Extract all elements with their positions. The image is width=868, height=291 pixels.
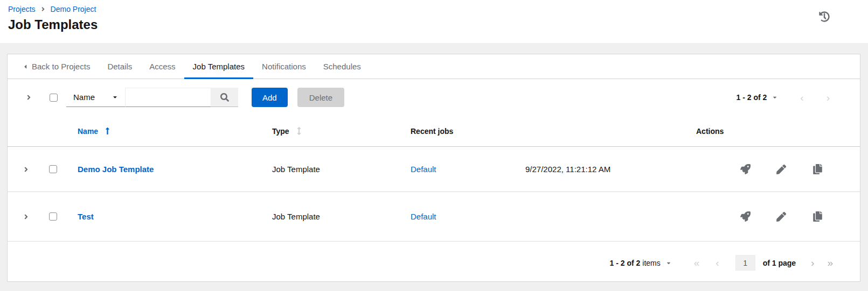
breadcrumb-separator-icon	[41, 6, 45, 12]
rocket-icon	[740, 211, 751, 222]
row-checkbox[interactable]	[49, 212, 57, 221]
caret-down-icon	[112, 94, 118, 100]
delete-button[interactable]: Delete	[297, 88, 344, 107]
table-row: Demo Job Template Job Template Default 9…	[8, 147, 860, 192]
tab-label: Details	[107, 62, 132, 71]
caret-down-icon	[666, 260, 671, 266]
prev-page-button[interactable]: ‹	[716, 258, 719, 268]
chevron-right-icon	[26, 94, 31, 101]
tab-back-to-projects[interactable]: Back to Projects	[15, 54, 99, 79]
row-type: Job Template	[272, 212, 320, 221]
select-all-checkbox[interactable]	[50, 94, 58, 102]
copy-button[interactable]	[811, 164, 823, 175]
copy-button[interactable]	[811, 211, 823, 223]
list-toolbar: Name Add Delete 1 - 2 of 2	[8, 79, 860, 116]
first-page-button[interactable]: «	[694, 258, 700, 268]
breadcrumb-link-projects[interactable]: Projects	[8, 5, 36, 13]
recent-job-link[interactable]: Default	[411, 165, 436, 174]
copy-icon	[813, 211, 822, 222]
edit-button[interactable]	[775, 211, 787, 223]
prev-page-button[interactable]: ‹	[800, 93, 803, 103]
row-checkbox[interactable]	[49, 165, 57, 173]
table-row: Test Job Template Default	[8, 192, 860, 242]
table-header-row: Name Type Recent jobs Actions	[8, 116, 860, 147]
column-header-type[interactable]: Type	[272, 127, 289, 136]
breadcrumb: Projects Demo Project	[0, 0, 868, 13]
per-page-menu-toggle[interactable]	[666, 260, 671, 266]
sortable-column-icon[interactable]	[297, 127, 301, 135]
job-template-link[interactable]: Demo Job Template	[78, 165, 154, 174]
filter-attribute-value: Name	[73, 93, 95, 102]
filter-attribute-select[interactable]: Name	[66, 88, 125, 107]
launch-button[interactable]	[739, 164, 751, 175]
tab-notifications[interactable]: Notifications	[253, 54, 315, 79]
page-count-label: of 1 page	[763, 259, 796, 267]
chevron-right-icon	[24, 213, 29, 221]
bottom-pagination: 1 - 2 of 2 items « ‹ 1 of 1 page › »	[8, 242, 860, 284]
launch-button[interactable]	[739, 211, 751, 223]
tab-label: Notifications	[262, 62, 306, 71]
current-page-input[interactable]: 1	[735, 255, 755, 271]
top-pagination: 1 - 2 of 2 ‹ ›	[737, 93, 830, 103]
caret-left-icon	[24, 63, 27, 70]
pencil-icon	[776, 212, 786, 222]
edit-button[interactable]	[775, 164, 787, 175]
column-header-name[interactable]: Name	[78, 127, 98, 136]
tab-label: Access	[149, 62, 175, 71]
next-page-button[interactable]: ›	[827, 93, 830, 103]
history-icon	[819, 11, 830, 22]
pagination-summary: 1 - 2 of 2	[737, 93, 767, 102]
expand-all-button[interactable]	[20, 89, 37, 105]
job-template-link[interactable]: Test	[78, 212, 94, 221]
column-header-actions: Actions	[696, 127, 724, 136]
sort-ascending-icon[interactable]	[105, 127, 110, 135]
row-expand-button[interactable]	[24, 213, 29, 221]
caret-down-icon	[772, 95, 777, 100]
copy-icon	[813, 164, 822, 174]
tab-access[interactable]: Access	[141, 54, 184, 79]
search-button[interactable]	[211, 88, 238, 107]
pagination-menu-toggle[interactable]	[772, 95, 777, 100]
tab-bar: Back to Projects Details Access Job Temp…	[8, 54, 860, 79]
page-title: Job Templates	[8, 17, 868, 32]
rocket-icon	[740, 164, 751, 174]
last-page-button[interactable]: »	[827, 258, 833, 268]
tab-schedules[interactable]: Schedules	[315, 54, 370, 79]
history-button[interactable]	[818, 10, 831, 23]
column-header-recent-jobs: Recent jobs	[411, 127, 453, 136]
search-input[interactable]	[125, 88, 211, 107]
pagination-items-summary: 1 - 2 of 2 items	[610, 259, 661, 267]
tab-label: Schedules	[323, 62, 361, 71]
search-icon	[220, 93, 229, 102]
content-region: Back to Projects Details Access Job Temp…	[0, 43, 868, 291]
row-expand-button[interactable]	[24, 166, 29, 173]
project-detail-card: Back to Projects Details Access Job Temp…	[7, 54, 860, 282]
tab-details[interactable]: Details	[99, 54, 141, 79]
recent-job-link[interactable]: Default	[411, 212, 436, 221]
next-page-button[interactable]: ›	[811, 258, 814, 268]
chevron-right-icon	[24, 166, 29, 173]
page-header: Projects Demo Project Job Templates	[0, 0, 868, 43]
tab-back-label: Back to Projects	[32, 62, 90, 71]
breadcrumb-link-demo-project[interactable]: Demo Project	[51, 5, 96, 13]
tab-label: Job Templates	[193, 62, 245, 71]
pencil-icon	[776, 165, 786, 174]
add-button[interactable]: Add	[252, 88, 288, 107]
row-type: Job Template	[272, 165, 320, 174]
row-last-ran: 9/27/2022, 11:21:12 AM	[525, 165, 610, 174]
tab-job-templates[interactable]: Job Templates	[184, 54, 253, 79]
